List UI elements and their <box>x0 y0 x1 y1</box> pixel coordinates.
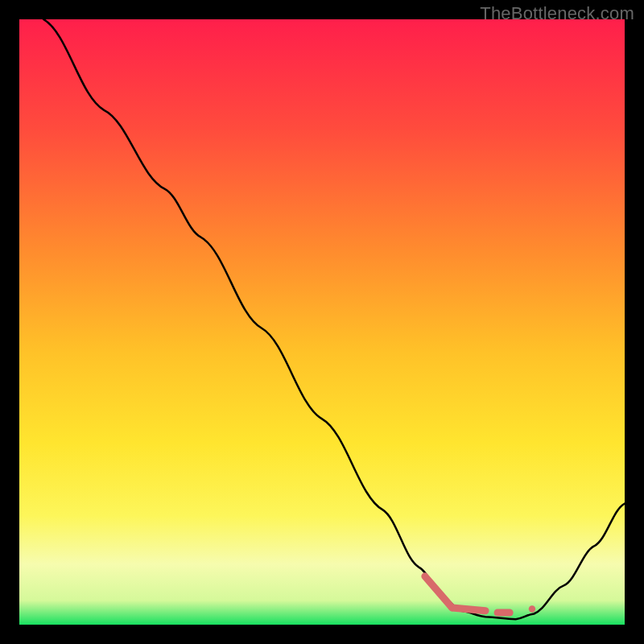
chart-frame <box>19 19 625 625</box>
marker-segment <box>452 608 485 611</box>
watermark-text: TheBottleneck.com <box>480 3 634 24</box>
marker-dot <box>529 605 535 612</box>
chart-background <box>19 19 625 625</box>
bottleneck-chart <box>19 19 625 625</box>
